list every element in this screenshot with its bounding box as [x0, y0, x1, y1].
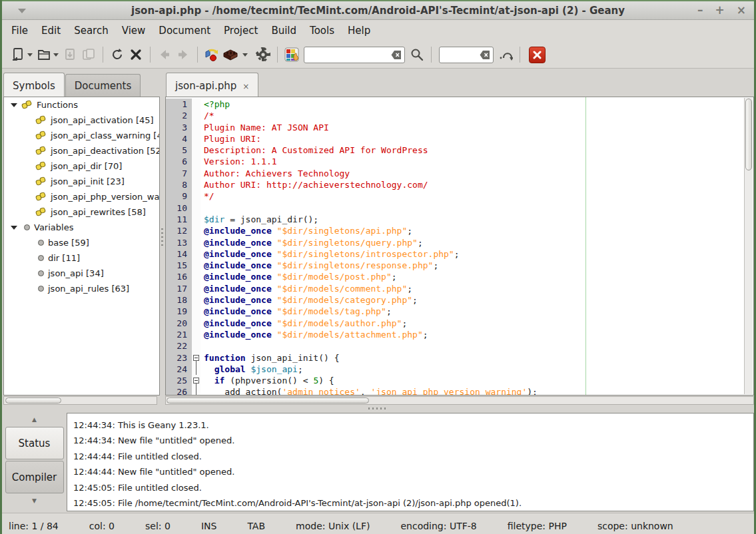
- tree-item[interactable]: dir [11]: [4, 250, 159, 266]
- code-line[interactable]: 21@include_once "$dir/models/attachment.…: [166, 329, 753, 340]
- goto-line-button[interactable]: [496, 45, 515, 65]
- expander-icon[interactable]: [11, 226, 17, 230]
- tab-compiler[interactable]: Compiler: [5, 461, 64, 493]
- code-line[interactable]: 13@include_once "$dir/singletons/query.p…: [166, 237, 753, 248]
- clear-goto-icon[interactable]: [480, 50, 490, 60]
- code-line[interactable]: 6Version: 1.1.1: [166, 156, 753, 167]
- line-number[interactable]: 17: [166, 283, 192, 294]
- code-line[interactable]: 11$dir = json_api_dir();: [166, 214, 753, 225]
- bottom-splitter[interactable]: [2, 405, 754, 411]
- line-number[interactable]: 22: [166, 340, 192, 352]
- code-line[interactable]: 7Author: Achievers Technology: [166, 168, 753, 179]
- code-line[interactable]: 10: [166, 202, 753, 214]
- line-number[interactable]: 23: [166, 352, 192, 364]
- quit-button[interactable]: [529, 47, 546, 63]
- menu-view[interactable]: View: [115, 21, 153, 40]
- line-number[interactable]: 20: [166, 318, 192, 329]
- code-line[interactable]: 5Description: A Customized API for WordP…: [166, 144, 753, 156]
- new-file-dropdown-icon[interactable]: [27, 53, 33, 57]
- code-line[interactable]: 3Plugin Name: AT JSON API: [166, 122, 753, 133]
- fold-marker[interactable]: [192, 352, 200, 364]
- code-line[interactable]: 17@include_once "$dir/models/comment.php…: [166, 283, 753, 294]
- code-line[interactable]: 12@include_once "$dir/singletons/api.php…: [166, 225, 753, 236]
- fold-collapse-icon[interactable]: [193, 378, 199, 384]
- line-number[interactable]: 15: [166, 260, 192, 271]
- code-line[interactable]: 15@include_once "$dir/singletons/respons…: [166, 260, 753, 271]
- line-number[interactable]: 14: [166, 248, 192, 260]
- expander-icon[interactable]: [11, 103, 17, 107]
- fold-collapse-icon[interactable]: [193, 355, 199, 361]
- menu-project[interactable]: Project: [217, 21, 264, 40]
- line-number[interactable]: 24: [166, 364, 192, 375]
- code-line[interactable]: 19@include_once "$dir/models/tag.php";: [166, 306, 753, 317]
- code-line[interactable]: 20@include_once "$dir/models/author.php"…: [166, 318, 753, 329]
- compile-button[interactable]: [202, 45, 221, 65]
- tree-group-variables[interactable]: Variables: [4, 220, 159, 235]
- code-line[interactable]: 2/*: [166, 110, 753, 121]
- line-number[interactable]: 21: [166, 329, 192, 340]
- maximize-button[interactable]: +: [715, 5, 725, 16]
- line-number[interactable]: 1: [166, 99, 192, 110]
- code-line[interactable]: 9*/: [166, 190, 753, 202]
- sidebar-hscrollbar[interactable]: [3, 396, 157, 405]
- editor-vscrollbar[interactable]: [744, 98, 753, 394]
- line-number[interactable]: 7: [166, 168, 192, 179]
- window-menu-icon[interactable]: [18, 9, 26, 13]
- line-number[interactable]: 25: [166, 375, 192, 386]
- line-number[interactable]: 9: [166, 190, 192, 202]
- editor-hscrollbar[interactable]: [165, 396, 754, 405]
- tab-json-api-php[interactable]: json-api.php×: [166, 73, 258, 97]
- tree-item[interactable]: json_api_rules [63]: [4, 281, 159, 296]
- build-dropdown-icon[interactable]: [242, 53, 248, 57]
- tree-item[interactable]: json_api_deactivation [52]: [4, 143, 159, 158]
- tab-symbols[interactable]: Symbols: [3, 73, 65, 97]
- panel-scroll-up-icon[interactable]: ▲: [5, 413, 64, 426]
- line-number[interactable]: 3: [166, 122, 192, 133]
- line-number[interactable]: 4: [166, 133, 192, 144]
- sidebar-hscrollbar-thumb[interactable]: [5, 398, 61, 403]
- menu-file[interactable]: File: [5, 21, 35, 40]
- line-number[interactable]: 12: [166, 225, 192, 236]
- editor-hscrollbar-thumb[interactable]: [167, 398, 369, 403]
- tree-item[interactable]: json_api_class_warning [41]: [4, 128, 159, 143]
- line-number[interactable]: 16: [166, 271, 192, 282]
- code-line[interactable]: 18@include_once "$dir/models/category.ph…: [166, 294, 753, 306]
- code-line[interactable]: 22: [166, 340, 753, 352]
- tree-item[interactable]: json_api_init [23]: [4, 174, 159, 189]
- menu-document[interactable]: Document: [152, 21, 217, 40]
- tree-item[interactable]: base [59]: [4, 235, 159, 250]
- open-file-button[interactable]: [35, 45, 53, 65]
- line-number[interactable]: 10: [166, 202, 192, 214]
- line-number[interactable]: 19: [166, 306, 192, 317]
- menu-tools[interactable]: Tools: [303, 21, 341, 40]
- code-line[interactable]: 16@include_once "$dir/models/post.php";: [166, 271, 753, 282]
- menu-help[interactable]: Help: [341, 21, 377, 40]
- clear-search-icon[interactable]: [391, 50, 402, 60]
- tab-close-icon[interactable]: ×: [242, 82, 249, 91]
- close-button[interactable]: ×: [737, 5, 746, 16]
- close-document-button[interactable]: [127, 45, 145, 65]
- build-button[interactable]: [221, 45, 240, 65]
- pane-splitter[interactable]: [160, 69, 165, 405]
- line-number[interactable]: 11: [166, 214, 192, 225]
- new-file-button[interactable]: [9, 45, 27, 65]
- menu-edit[interactable]: Edit: [35, 21, 67, 40]
- code-line[interactable]: 24 global $json_api;: [166, 364, 753, 375]
- search-input[interactable]: [304, 47, 405, 63]
- open-file-dropdown-icon[interactable]: [53, 53, 59, 57]
- line-number[interactable]: 13: [166, 237, 192, 248]
- revert-button[interactable]: [108, 45, 127, 65]
- line-number[interactable]: 18: [166, 294, 192, 306]
- editor-vscrollbar-thumb[interactable]: [745, 99, 752, 170]
- execute-button[interactable]: [254, 45, 272, 65]
- tree-item[interactable]: json_api_rewrites [58]: [4, 204, 159, 220]
- line-number[interactable]: 5: [166, 144, 192, 156]
- line-number[interactable]: 2: [166, 110, 192, 121]
- menu-search[interactable]: Search: [67, 21, 115, 40]
- tree-item[interactable]: json_api_activation [45]: [4, 113, 159, 128]
- code-line[interactable]: 1<?php: [166, 99, 753, 110]
- code-line[interactable]: 8Author URI: http://achieverstechnology.…: [166, 179, 753, 190]
- code-line[interactable]: 25 if (phpversion() < 5) {: [166, 375, 753, 386]
- tree-item[interactable]: json_api_dir [70]: [4, 158, 159, 174]
- code-line[interactable]: 4Plugin URI:: [166, 133, 753, 144]
